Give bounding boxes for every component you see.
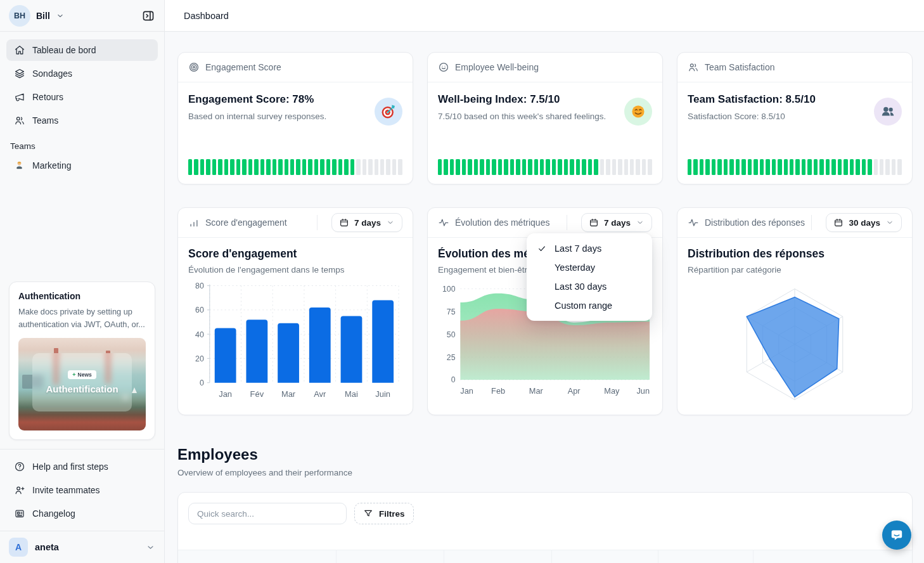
svg-text:Jan: Jan (460, 386, 473, 396)
account-menu[interactable]: A aneta (0, 531, 164, 563)
progress-segment (862, 159, 866, 175)
menu-item-custom-range[interactable]: Custom range (527, 296, 652, 315)
promo-caption: Authentification (46, 384, 118, 394)
sidebar-item-label: Retours (32, 92, 63, 102)
progress-segment (630, 159, 634, 175)
progress-segment (380, 159, 384, 175)
progress-segment (368, 159, 372, 175)
stat-card-2: Team SatisfactionTeam Satisfaction: 8.5/… (677, 52, 913, 184)
progress-segment (564, 159, 568, 175)
users-icon (14, 115, 25, 126)
content: Engagement ScoreEngagement Score: 78%Bas… (165, 32, 924, 563)
progress-segment (516, 159, 520, 175)
sidebar-item-changelog[interactable]: Changelog (6, 503, 158, 524)
sidebar-team-marketing[interactable]: Marketing (0, 155, 164, 176)
progress-segment (741, 159, 745, 175)
check-icon (537, 243, 548, 254)
bar-chart-icon (188, 217, 200, 228)
stat-description: 7.5/10 based on this week's shared feeli… (438, 112, 652, 121)
sidebar-item-feedback[interactable]: Retours (6, 86, 158, 108)
progress-segment (486, 159, 490, 175)
progress-segment (273, 159, 276, 175)
svg-text:Feb: Feb (491, 386, 505, 396)
progress-segment (606, 159, 610, 175)
progress-segment (712, 159, 715, 175)
team-label: Marketing (32, 160, 71, 171)
progress-segment (230, 159, 234, 175)
progress-segment (618, 159, 622, 175)
column-header-team[interactable]: Team (337, 550, 444, 563)
menu-item-yesterday[interactable]: Yesterday (527, 258, 652, 277)
progress-segment (868, 159, 871, 175)
chevron-down-icon (386, 218, 395, 227)
sidebar-teams-list: Marketing (0, 155, 164, 176)
intercom-chat-button[interactable] (882, 521, 911, 550)
sidebar-item-teams[interactable]: Teams (6, 110, 158, 131)
page-title: Dashboard (184, 11, 229, 21)
sidebar-item-invite[interactable]: Invite teammates (6, 479, 158, 501)
users-icon (688, 61, 699, 73)
workspace-switcher[interactable]: BH Bill (0, 0, 164, 32)
progress-segment (528, 159, 532, 175)
menu-item-last-7-days[interactable]: Last 7 days (527, 239, 652, 258)
progress-segment (802, 159, 805, 175)
progress-segment (314, 159, 318, 175)
svg-text:80: 80 (195, 282, 204, 290)
chart-title: Distribution des réponses (688, 247, 902, 261)
progress-segment (534, 159, 538, 175)
chart-card-label: Distribution des réponses (705, 217, 805, 228)
progress-segment (278, 159, 282, 175)
menu-item-label: Last 7 days (555, 243, 601, 254)
progress-segment (795, 159, 799, 175)
column-header-performance[interactable]: Performance (658, 550, 754, 563)
sidebar-item-help[interactable]: Help and first steps (6, 456, 158, 477)
progress-bar (188, 159, 402, 175)
date-range-button[interactable]: 7 days (581, 213, 652, 232)
progress-segment (444, 159, 447, 175)
column-header-position[interactable]: Position (444, 550, 552, 563)
help-icon (14, 461, 25, 472)
progress-segment (688, 159, 691, 175)
progress-segment (892, 159, 895, 175)
progress-segment (807, 159, 811, 175)
progress-segment (838, 159, 842, 175)
app-window: BH Bill Tableau de bordSondagesRetoursTe… (0, 0, 924, 563)
divider (317, 215, 318, 230)
collapse-sidebar-button[interactable] (141, 9, 155, 23)
progress-segment (302, 159, 306, 175)
progress-segment (642, 159, 646, 175)
menu-item-last-30-days[interactable]: Last 30 days (527, 277, 652, 296)
sailboat (132, 387, 137, 393)
progress-segment (344, 159, 348, 175)
date-range-button[interactable]: 7 days (331, 213, 402, 232)
progress-segment (885, 159, 889, 175)
progress-segment (356, 159, 360, 175)
promo-title: Authentication (18, 291, 146, 301)
column-header-user[interactable]: User (178, 550, 337, 563)
progress-segment (760, 159, 764, 175)
sidebar-nav: Tableau de bordSondagesRetoursTeams (0, 32, 164, 133)
progress-segment (498, 159, 502, 175)
sidebar-item-surveys[interactable]: Sondages (6, 63, 158, 84)
column-header-tasks[interactable]: Tasks (754, 550, 912, 563)
progress-segment (218, 159, 222, 175)
calendar-icon (833, 217, 844, 228)
progress-segment (831, 159, 835, 175)
workspace-name: Bill (36, 11, 50, 21)
svg-text:May: May (604, 386, 620, 396)
column-header-participation[interactable]: Participation (552, 550, 658, 563)
progress-segment (456, 159, 459, 175)
sidebar-item-label: Teams (32, 115, 58, 126)
progress-segment (308, 159, 312, 175)
progress-segment (844, 159, 847, 175)
filters-button[interactable]: Filtres (354, 503, 414, 524)
promo-description: Make docs private by setting up authenti… (18, 306, 146, 331)
progress-segment (576, 159, 580, 175)
search-input[interactable] (188, 503, 347, 524)
date-range-button[interactable]: 30 days (826, 213, 902, 232)
authentication-promo-card[interactable]: Authentication Make docs private by sett… (9, 282, 155, 440)
progress-segment (242, 159, 246, 175)
sidebar-item-dashboard[interactable]: Tableau de bord (6, 39, 158, 61)
sidebar-item-label: Changelog (32, 508, 75, 519)
svg-text:Avr: Avr (314, 389, 326, 399)
